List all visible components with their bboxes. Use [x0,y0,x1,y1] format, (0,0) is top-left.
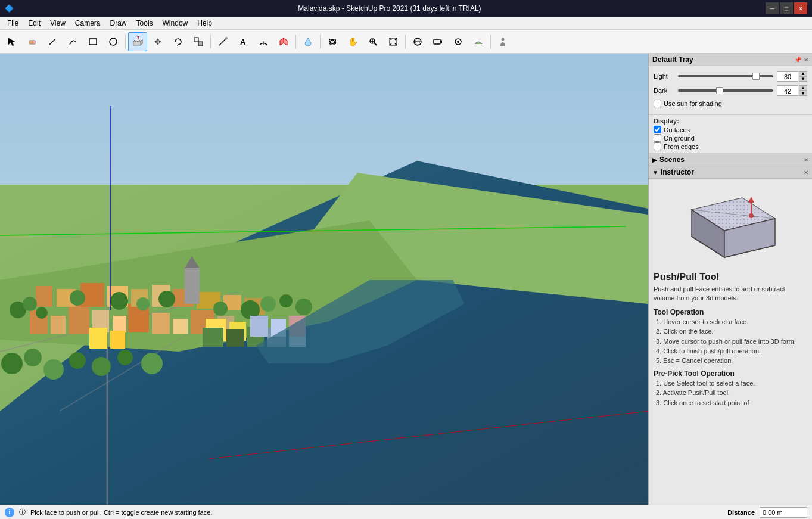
tape-tool-button[interactable] [213,32,232,51]
zoom-button[interactable] [363,32,382,51]
svg-rect-90 [110,331,125,349]
close-button[interactable]: ✕ [794,2,807,14]
distance-value: 0.00 m [763,509,783,516]
dark-label: Dark [654,87,674,94]
status-message-icon: ⓘ [19,508,26,517]
rectangle-tool-button[interactable] [83,32,102,51]
menu-tools[interactable]: Tools [132,18,158,29]
menu-draw[interactable]: Draw [105,18,132,29]
use-sun-checkbox[interactable] [654,100,661,107]
svg-line-24 [374,43,377,45]
distance-input[interactable]: 0.00 m [760,507,807,518]
styles-button[interactable] [449,32,468,51]
display-label: Display: [654,117,807,125]
menu-file[interactable]: File [2,18,23,29]
pushpull-title: Push/Pull Tool [654,272,807,282]
dark-spin-up[interactable]: ▲ [799,85,807,91]
select-tool-button[interactable] [2,32,21,51]
light-thumb[interactable] [752,73,760,80]
from-edges-checkbox[interactable] [654,142,661,150]
toolbar-separator-4 [320,35,321,49]
svg-rect-93 [203,328,223,347]
dark-row: Dark 42 ▲ ▼ [654,85,807,96]
right-panel: Default Tray 📌 ✕ Light 80 ▲ ▼ [648,54,812,505]
dark-value[interactable]: 42 [777,85,798,96]
dark-thumb[interactable] [716,87,723,94]
svg-point-79 [260,296,276,312]
minimize-button[interactable]: ─ [766,2,779,14]
eraser-tool-button[interactable] [23,32,42,51]
svg-point-4 [110,38,117,45]
circle-tool-button[interactable] [104,32,123,51]
svg-point-76 [158,291,175,307]
maximize-button[interactable]: □ [780,2,793,14]
menu-view[interactable]: View [45,18,70,29]
light-spin-up[interactable]: ▲ [799,71,807,76]
on-faces-checkbox[interactable] [654,126,661,133]
scenes-section-header[interactable]: ▶ Scenes ✕ [649,154,812,166]
light-spin-down[interactable]: ▼ [799,76,807,82]
scenes-arrow-icon: ▶ [652,157,657,163]
geo-button[interactable] [408,32,427,51]
svg-text:✥: ✥ [154,37,161,46]
dark-spinner: ▲ ▼ [799,85,807,96]
scenes-close-icon[interactable]: ✕ [804,157,808,163]
app-title: Malavida.skp - SketchUp Pro 2021 (31 day… [14,4,766,13]
text-tool-button[interactable]: A [234,32,253,51]
instructor-section-header[interactable]: ▼ Instructor ✕ [649,166,812,179]
zoom-extents-button[interactable] [384,32,403,51]
move-tool-button[interactable]: ✥ [148,32,167,51]
svg-rect-50 [69,304,89,334]
op-item-3: 3. Move cursor to push or pull face into… [656,337,807,346]
on-ground-checkbox[interactable] [654,134,661,142]
svg-rect-1 [33,41,35,44]
svg-point-83 [24,349,42,366]
app-icon: 🔷 [5,4,14,13]
tray-close-button[interactable]: ✕ [804,57,808,63]
display-section: Display: On faces On ground From edges [649,115,812,154]
on-ground-label: On ground [664,135,695,142]
protractor-tool-button[interactable] [254,32,273,51]
dark-spin-down[interactable]: ▼ [799,91,807,96]
push-pull-tool-button[interactable] [128,32,147,51]
menu-bar: File Edit View Camera Draw Tools Window … [0,17,812,30]
pushpull-desc: Push and pull Face entities to add or su… [654,285,807,303]
svg-point-81 [295,299,312,315]
light-label: Light [654,73,674,80]
instructor-title-container: ▼ Instructor [652,168,694,176]
svg-marker-19 [280,38,284,45]
use-sun-label[interactable]: Use sun for shading [664,100,722,107]
menu-help[interactable]: Help [192,18,217,29]
menu-camera[interactable]: Camera [70,18,105,29]
pencil-tool-button[interactable] [43,32,62,51]
menu-edit[interactable]: Edit [23,18,45,29]
light-slider[interactable] [678,75,773,77]
section-tool-button[interactable] [274,32,293,51]
paint-bucket-button[interactable] [298,32,318,51]
person-button[interactable] [493,32,512,51]
menu-window[interactable]: Window [158,18,193,29]
sandbox-button[interactable] [469,32,488,51]
toolbar-separator-1 [125,35,126,49]
orbit-button[interactable] [323,32,342,51]
scenes-title-container: ▶ Scenes [652,156,685,164]
svg-point-86 [92,357,111,376]
on-faces-row: On faces [654,126,807,133]
viewport[interactable] [0,54,648,505]
section2-button[interactable] [428,32,447,51]
rotate-tool-button[interactable] [169,32,188,51]
scale-tool-button[interactable] [189,32,208,51]
arc-tool-button[interactable] [63,32,82,51]
shadow-panel: Light 80 ▲ ▼ Dark 42 [649,66,812,115]
svg-rect-58 [36,286,52,307]
status-info-icon: i [5,508,14,517]
svg-point-87 [117,350,133,365]
dark-slider[interactable] [678,89,773,92]
tray-pin-button[interactable]: 📌 [794,57,801,63]
tray-controls: 📌 ✕ [794,57,808,63]
svg-rect-12 [194,38,198,42]
svg-text:A: A [240,38,246,46]
pan-button[interactable]: ✋ [343,32,362,51]
light-value[interactable]: 80 [777,71,798,82]
instructor-close-icon[interactable]: ✕ [804,169,808,176]
